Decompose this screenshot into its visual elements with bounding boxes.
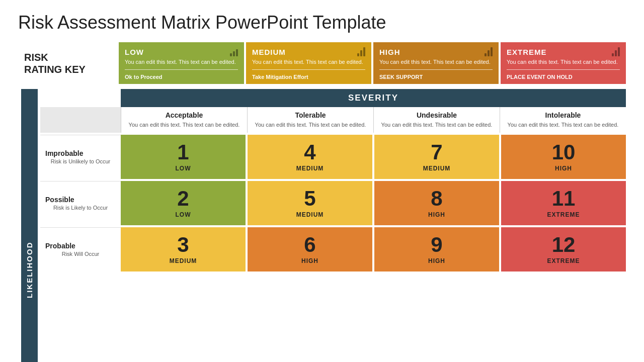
rating-key-cards: LOW You can edit this text. This text ca… (119, 42, 626, 84)
severity-col-title: Undesirable (379, 111, 495, 119)
matrix-cell-1-1: 5 MEDIUM (248, 181, 372, 225)
matrix-section: LIKELIHOOD SEVERITY Acceptable You can e… (18, 89, 626, 362)
cell-label: HIGH (428, 257, 445, 264)
cell-number: 2 (177, 188, 189, 209)
likelihood-row-label-2: Probable Risk Will Occur (40, 227, 121, 272)
rating-card-low: LOW You can edit this text. This text ca… (119, 42, 244, 84)
lh-row-title: Improbable (45, 149, 116, 157)
matrix-cell-2-0: 3 MEDIUM (121, 227, 246, 272)
cell-number: 4 (304, 142, 315, 163)
cell-number: 12 (552, 234, 576, 255)
rating-card-header: HIGH (379, 47, 493, 56)
rating-key-row: RISK RATING KEY LOW You can edit this te… (18, 42, 626, 84)
severity-cols-row: Acceptable You can edit this text. This … (40, 107, 626, 132)
rating-card-high: HIGH You can edit this text. This text c… (373, 42, 499, 84)
likelihood-label: LIKELIHOOD (21, 89, 38, 362)
rating-card-medium: MEDIUM You can edit this text. This text… (246, 42, 371, 84)
severity-col-desc: You can edit this text. This text can be… (126, 121, 242, 128)
matrix-cells-0: 1 LOW 4 MEDIUM 7 MEDIUM 10 HIGH (121, 135, 626, 179)
matrix-cell-1-3: 11 EXTREME (501, 181, 626, 225)
cell-number: 8 (431, 188, 442, 209)
rating-card-title: EXTREME (507, 48, 547, 56)
cell-label: MEDIUM (296, 165, 324, 172)
cell-label: HIGH (428, 211, 445, 218)
lh-row-title: Probable (45, 242, 116, 250)
matrix-cell-2-1: 6 HIGH (248, 227, 372, 272)
bar-chart-icon (230, 47, 238, 56)
rating-card-desc: You can edit this text. This text can be… (252, 58, 365, 65)
lh-row-desc: Risk is Unlikely to Occur (45, 158, 116, 164)
rating-card-divider (379, 69, 493, 70)
cell-label: LOW (176, 165, 191, 172)
severity-col-desc: You can edit this text. This text can be… (505, 121, 621, 128)
severity-col-title: Tolerable (253, 111, 368, 119)
matrix-cell-0-3: 10 HIGH (501, 135, 626, 179)
cell-label: MEDIUM (423, 165, 451, 172)
rating-card-header: LOW (125, 47, 238, 56)
cell-number: 10 (552, 142, 576, 163)
cell-label: HIGH (555, 165, 572, 172)
cell-number: 1 (177, 142, 189, 163)
likelihood-rows: Improbable Risk is Unlikely to Occur 1 L… (40, 135, 626, 272)
matrix-content: SEVERITY Acceptable You can edit this te… (40, 89, 626, 362)
lh-row-desc: Risk Will Occur (45, 251, 116, 257)
matrix-cell-0-0: 1 LOW (121, 135, 246, 179)
likelihood-row-2: Probable Risk Will Occur 3 MEDIUM 6 HIGH… (40, 227, 626, 272)
matrix-cell-0-1: 4 MEDIUM (248, 135, 372, 179)
rating-card-title: LOW (125, 48, 144, 56)
cell-number: 3 (177, 234, 189, 255)
rating-card-divider (252, 69, 365, 70)
rating-card-header: EXTREME (507, 47, 620, 56)
main-layout: RISK RATING KEY LOW You can edit this te… (18, 42, 626, 362)
lh-row-desc: Risk is Likely to Occur (45, 205, 116, 211)
rating-card-desc: You can edit this text. This text can be… (507, 58, 620, 65)
cell-number: 5 (304, 188, 315, 209)
severity-cols: Acceptable You can edit this text. This … (121, 107, 626, 132)
matrix-cells-2: 3 MEDIUM 6 HIGH 9 HIGH 12 EXTREME (121, 227, 626, 272)
severity-header: SEVERITY (121, 89, 626, 107)
severity-col-desc: You can edit this text. This text can be… (379, 121, 495, 128)
cell-label: MEDIUM (296, 211, 324, 218)
likelihood-row-label-1: Possible Risk is Likely to Occur (40, 181, 121, 225)
matrix-cell-1-0: 2 LOW (121, 181, 246, 225)
cell-label: EXTREME (547, 257, 580, 264)
page-title: Risk Assessment Matrix PowerPoint Templa… (18, 12, 626, 33)
severity-empty-cell (40, 107, 121, 132)
matrix-cell-0-2: 7 MEDIUM (374, 135, 499, 179)
cell-number: 9 (431, 234, 442, 255)
likelihood-col: LIKELIHOOD (18, 89, 40, 362)
cell-number: 7 (431, 142, 442, 163)
likelihood-row-0: Improbable Risk is Unlikely to Occur 1 L… (40, 135, 626, 179)
cell-label: HIGH (301, 257, 318, 264)
rating-key-label: RISK RATING KEY (18, 42, 119, 84)
likelihood-row-1: Possible Risk is Likely to Occur 2 LOW 5… (40, 181, 626, 225)
severity-col-2: Undesirable You can edit this text. This… (373, 107, 500, 132)
likelihood-row-label-0: Improbable Risk is Unlikely to Occur (40, 135, 121, 179)
cell-label: EXTREME (547, 211, 580, 218)
rating-key-label-text: RISK RATING KEY (24, 51, 86, 75)
lh-row-title: Possible (45, 196, 116, 204)
rating-card-action: Ok to Proceed (125, 74, 238, 80)
rating-card-action: PLACE EVENT ON HOLD (507, 74, 620, 80)
bar-chart-icon (357, 47, 365, 56)
cell-label: LOW (176, 211, 191, 218)
matrix-cell-1-2: 8 HIGH (374, 181, 499, 225)
cell-number: 11 (552, 188, 576, 209)
rating-card-header: MEDIUM (252, 47, 365, 56)
severity-col-title: Intolerable (505, 111, 621, 119)
severity-col-title: Acceptable (126, 111, 242, 119)
rating-card-divider (507, 69, 620, 70)
rating-card-title: HIGH (379, 48, 400, 56)
matrix-cells-1: 2 LOW 5 MEDIUM 8 HIGH 11 EXTREME (121, 181, 626, 225)
severity-col-0: Acceptable You can edit this text. This … (121, 107, 247, 132)
bar-chart-icon (485, 47, 493, 56)
matrix-cell-2-2: 9 HIGH (374, 227, 499, 272)
rating-card-desc: You can edit this text. This text can be… (379, 58, 493, 65)
rating-card-desc: You can edit this text. This text can be… (125, 58, 238, 65)
rating-card-action: Take Mitigation Effort (252, 74, 365, 80)
severity-col-desc: You can edit this text. This text can be… (253, 121, 368, 128)
rating-card-title: MEDIUM (252, 48, 286, 56)
bar-chart-icon (612, 47, 620, 56)
cell-number: 6 (304, 234, 315, 255)
rating-card-extreme: EXTREME You can edit this text. This tex… (501, 42, 626, 84)
